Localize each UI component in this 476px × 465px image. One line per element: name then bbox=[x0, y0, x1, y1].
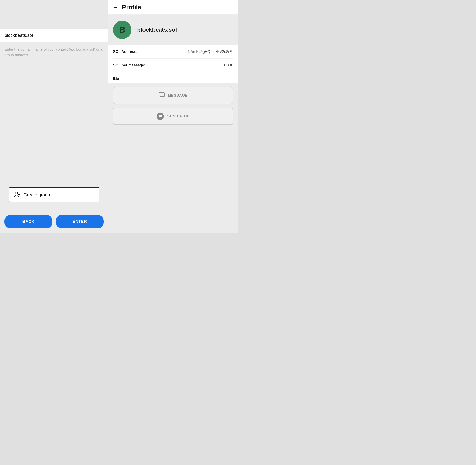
create-group-button[interactable]: Create group bbox=[9, 187, 99, 202]
contact-name: blockbeats.sol bbox=[4, 33, 33, 38]
profile-title: Profile bbox=[122, 4, 141, 11]
bio-row: Bio bbox=[113, 72, 233, 83]
message-label: MESSAGE bbox=[168, 93, 188, 98]
create-group-section: Create group bbox=[0, 183, 108, 211]
send-tip-button[interactable]: SEND A TIP bbox=[113, 108, 233, 125]
sol-per-message-label: SOL per message: bbox=[113, 63, 145, 67]
sol-address-value: fzAmK49gHQ...dzKV3d8rEr bbox=[188, 50, 233, 54]
input-area[interactable]: Enter the domain name of your contact (e… bbox=[0, 42, 108, 183]
input-placeholder: Enter the domain name of your contact (e… bbox=[4, 47, 102, 57]
sol-per-message-row: SOL per message: 0 SOL bbox=[113, 59, 233, 72]
message-button[interactable]: MESSAGE bbox=[113, 87, 233, 104]
left-panel: blockbeats.sol Enter the domain name of … bbox=[0, 0, 108, 232]
avatar: B bbox=[113, 21, 132, 39]
profile-info: SOL Address: fzAmK49gHQ...dzKV3d8rEr SOL… bbox=[108, 45, 238, 83]
left-top-area bbox=[0, 0, 108, 29]
back-arrow-icon[interactable]: ← bbox=[113, 4, 118, 11]
profile-banner: B blockbeats.sol bbox=[108, 14, 238, 45]
svg-point-0 bbox=[16, 192, 18, 194]
profile-header: ← Profile bbox=[108, 0, 238, 14]
enter-button[interactable]: ENTER bbox=[56, 215, 104, 228]
bio-label: Bio bbox=[113, 77, 119, 81]
sol-per-message-value: 0 SOL bbox=[223, 63, 233, 67]
back-button[interactable]: BACK bbox=[4, 215, 52, 228]
create-group-label: Create group bbox=[24, 192, 50, 198]
profile-name: blockbeats.sol bbox=[137, 27, 177, 33]
sol-address-row: SOL Address: fzAmK49gHQ...dzKV3d8rEr bbox=[113, 45, 233, 59]
action-section: MESSAGE SEND A TIP bbox=[108, 83, 238, 232]
send-tip-icon bbox=[157, 113, 164, 120]
name-row: blockbeats.sol bbox=[0, 29, 108, 42]
sol-address-label: SOL Address: bbox=[113, 50, 137, 54]
bottom-buttons: BACK ENTER bbox=[0, 211, 108, 232]
create-group-icon bbox=[14, 191, 21, 198]
right-panel: ← Profile B blockbeats.sol SOL Address: … bbox=[108, 0, 238, 232]
send-tip-label: SEND A TIP bbox=[167, 114, 190, 118]
message-icon bbox=[158, 92, 164, 99]
